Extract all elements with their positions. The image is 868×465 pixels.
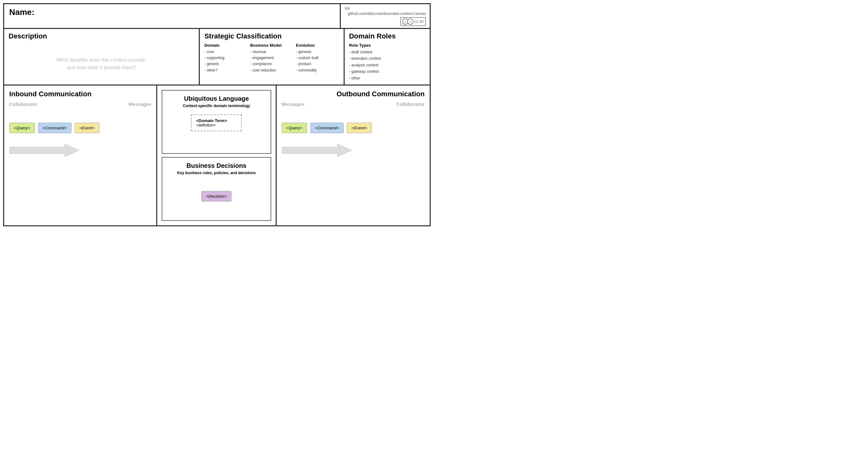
bd-heading: Business Decisions (186, 162, 246, 169)
svg-marker-4 (9, 144, 79, 157)
outbound-command-tag[interactable]: <Command> (310, 123, 344, 133)
version-label: V4 (345, 6, 350, 11)
evolution-header: Evolution (296, 43, 339, 48)
outbound-heading: Outbound Communication (282, 90, 425, 98)
outbound-subheaders: Messages Collaborator (282, 101, 425, 107)
canvas-container: Name: V4 github.com/ddd-crew/bounded-con… (3, 3, 431, 226)
bm-item-4: - cost reduction (250, 67, 293, 74)
description-placeholder[interactable]: What benefits does this context provide,… (8, 50, 194, 78)
outbound-query-tag[interactable]: <Query> (282, 123, 307, 133)
outbound-section: Outbound Communication Messages Collabor… (277, 86, 430, 225)
bd-subtitle: Key business rules, policies, and decisi… (177, 171, 256, 175)
role-item-3: - analysis context (349, 62, 425, 68)
domain-roles-heading: Domain Roles (349, 32, 425, 40)
role-types-header: Role Types (349, 43, 425, 48)
business-decisions-box: Business Decisions Key business rules, p… (162, 157, 271, 221)
domain-item-4: - other? (204, 67, 247, 74)
decision-tag[interactable]: <Decision> (202, 191, 231, 202)
role-item-2: - execution context (349, 55, 425, 62)
role-item-1: - draft context (349, 49, 425, 55)
inbound-messages-label: Messages (129, 101, 152, 107)
header-row: Name: V4 github.com/ddd-crew/bounded-con… (4, 4, 430, 29)
evolution-col: Evolution - genesis - custom built - pro… (296, 43, 339, 74)
cc-icon: c i (402, 19, 413, 25)
outbound-arrow (282, 143, 351, 158)
cc-text: CC BY (414, 20, 424, 24)
ubiquitous-language-box: Ubiquitous Language Context-specific dom… (162, 90, 271, 154)
business-model-col: Business Model - revenue - engagement - … (250, 43, 293, 74)
header-meta: V4 github.com/ddd-crew/bounded-context-c… (341, 4, 430, 28)
domain-item-1: - core (204, 49, 247, 55)
ev-item-4: - commodity (296, 67, 339, 74)
section-row: Description What benefits does this cont… (4, 29, 430, 86)
github-link: github.com/ddd-crew/bounded-context-canv… (348, 11, 426, 16)
strategic-columns: Domain - core - supporting - generic - o… (204, 43, 339, 74)
cc-badge: c i CC BY (400, 17, 426, 26)
domain-header: Domain (204, 43, 247, 48)
description-section: Description What benefits does this cont… (4, 29, 200, 85)
inbound-heading: Inbound Communication (9, 90, 151, 98)
strategic-section: Strategic Classification Domain - core -… (200, 29, 345, 85)
ev-item-3: - product (296, 61, 339, 67)
inbound-collaborator-label: Collaborator (9, 101, 37, 107)
ul-subtitle: Context-specific domain terminology (167, 104, 266, 108)
domain-item-3: - generic (204, 61, 247, 67)
outbound-message-tags: <Query> <Command> <Event> (282, 123, 425, 133)
domain-item-2: - supporting (204, 55, 247, 61)
svg-marker-5 (282, 144, 351, 157)
ul-heading: Ubiquitous Language (167, 95, 266, 103)
bm-item-2: - engagement (250, 55, 293, 61)
svg-text:c: c (405, 20, 406, 24)
domain-col: Domain - core - supporting - generic - o… (204, 43, 247, 74)
outbound-collaborator-label: Collaborator (396, 101, 425, 107)
outbound-event-tag[interactable]: <Event> (347, 123, 372, 133)
domain-roles-section: Domain Roles Role Types - draft context … (345, 29, 430, 85)
inbound-query-tag[interactable]: <Query> (9, 123, 35, 133)
role-item-4: - gateway context (349, 68, 425, 75)
bm-item-1: - revenue (250, 49, 293, 55)
inbound-event-tag[interactable]: <Event> (75, 123, 99, 133)
bm-item-3: - compliance (250, 61, 293, 67)
description-heading: Description (8, 32, 194, 40)
bottom-row: Inbound Communication Collaborator Messa… (4, 86, 430, 225)
inbound-section: Inbound Communication Collaborator Messa… (4, 86, 157, 225)
ev-item-2: - custom built (296, 55, 339, 61)
ev-item-1: - genesis (296, 49, 339, 55)
outbound-messages-label: Messages (282, 101, 305, 107)
name-label: Name: (9, 7, 34, 17)
role-item-5: - other (349, 75, 425, 81)
inbound-message-tags: <Query> <Command> <Event> (9, 123, 151, 133)
domain-definition: <definition> (196, 123, 237, 127)
business-model-header: Business Model (250, 43, 293, 48)
center-column: Ubiquitous Language Context-specific dom… (157, 86, 276, 225)
inbound-command-tag[interactable]: <Command> (38, 123, 71, 133)
strategic-heading: Strategic Classification (204, 32, 339, 40)
domain-term: <Domain Term> (196, 118, 237, 123)
name-field[interactable]: Name: (4, 4, 341, 28)
svg-text:i: i (410, 20, 411, 24)
domain-term-box[interactable]: <Domain Term> <definition> (191, 114, 242, 131)
inbound-arrow (9, 143, 79, 158)
inbound-subheaders: Collaborator Messages (9, 101, 151, 107)
